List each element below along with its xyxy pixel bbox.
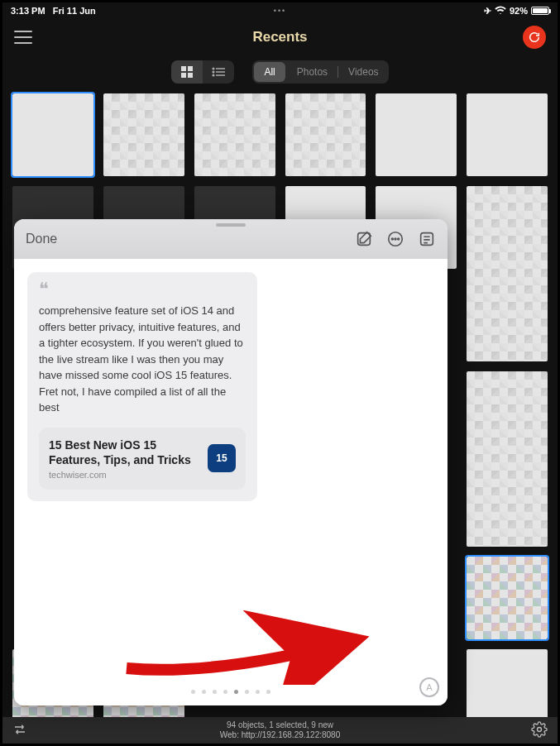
object-count: 94 objects, 1 selected, 9 new bbox=[220, 720, 341, 730]
list-view-button[interactable] bbox=[203, 60, 234, 84]
grid-view-button[interactable] bbox=[171, 60, 203, 84]
filter-photos[interactable]: Photos bbox=[287, 60, 337, 84]
svg-rect-2 bbox=[181, 73, 186, 78]
web-address: Web: http://192.168.29.122:8080 bbox=[220, 730, 341, 740]
sync-button[interactable] bbox=[523, 26, 546, 49]
menu-button[interactable] bbox=[14, 31, 32, 44]
filter-all[interactable]: All bbox=[254, 62, 285, 82]
svg-point-4 bbox=[213, 68, 215, 69]
transfer-button[interactable] bbox=[12, 722, 27, 739]
svg-rect-3 bbox=[188, 73, 193, 78]
note-text: comprehensive feature set of iOS 14 and … bbox=[39, 303, 246, 416]
note-content-card: ❝ comprehensive feature set of iOS 14 an… bbox=[27, 272, 257, 501]
compose-icon[interactable] bbox=[355, 230, 373, 248]
drag-handle[interactable] bbox=[216, 223, 246, 227]
battery-icon bbox=[531, 7, 549, 15]
thumbnail[interactable] bbox=[467, 93, 548, 176]
svg-point-10 bbox=[538, 728, 542, 732]
thumbnail[interactable] bbox=[467, 557, 548, 639]
svg-rect-1 bbox=[188, 66, 193, 71]
more-icon[interactable] bbox=[386, 230, 404, 248]
status-date: Fri 11 Jun bbox=[53, 6, 96, 16]
status-text: 94 objects, 1 selected, 9 new Web: http:… bbox=[220, 720, 341, 740]
thumbnail[interactable] bbox=[467, 186, 548, 361]
airplane-icon: ✈ bbox=[484, 6, 491, 17]
link-domain: techwiser.com bbox=[49, 470, 199, 480]
thumbnail[interactable] bbox=[12, 93, 93, 176]
svg-point-6 bbox=[213, 71, 215, 73]
view-controls: All Photos Videos bbox=[2, 55, 558, 88]
link-title: 15 Best New iOS 15 Features, Tips, and T… bbox=[49, 438, 199, 467]
quick-note-actions bbox=[355, 230, 436, 248]
thumbnail[interactable] bbox=[103, 93, 184, 176]
page-indicator[interactable] bbox=[191, 690, 270, 694]
multitask-dots[interactable]: ••• bbox=[274, 7, 286, 15]
filter-segment: All Photos Videos bbox=[252, 60, 388, 84]
link-preview[interactable]: 15 Best New iOS 15 Features, Tips, and T… bbox=[39, 428, 246, 490]
quick-note-header: Done bbox=[14, 219, 448, 259]
page-title: Recents bbox=[252, 29, 307, 45]
done-button[interactable]: Done bbox=[26, 232, 57, 246]
quote-icon: ❝ bbox=[39, 284, 246, 294]
status-time: 3:13 PM bbox=[11, 6, 45, 16]
notes-list-icon[interactable] bbox=[418, 230, 436, 248]
status-bar: 3:13 PM Fri 11 Jun ••• ✈ 92% bbox=[2, 2, 558, 19]
layout-segment bbox=[171, 60, 234, 84]
wifi-icon bbox=[495, 6, 506, 17]
nav-bar: Recents bbox=[2, 19, 558, 55]
svg-point-15 bbox=[398, 238, 400, 240]
thumbnail[interactable] bbox=[285, 93, 366, 176]
svg-point-14 bbox=[395, 238, 396, 240]
bottom-bar: 94 objects, 1 selected, 9 new Web: http:… bbox=[2, 717, 558, 744]
thumbnail[interactable] bbox=[376, 93, 457, 176]
battery-pct: 92% bbox=[510, 6, 528, 16]
settings-button[interactable] bbox=[531, 721, 548, 739]
link-thumbnail: 15 bbox=[208, 444, 236, 472]
status-left: 3:13 PM Fri 11 Jun bbox=[11, 6, 96, 16]
corner-action-icon[interactable]: A bbox=[419, 677, 439, 697]
annotation-arrow bbox=[118, 610, 391, 688]
thumbnail[interactable] bbox=[194, 93, 275, 176]
svg-point-13 bbox=[391, 238, 393, 240]
filter-videos[interactable]: Videos bbox=[338, 60, 388, 84]
svg-point-8 bbox=[213, 74, 215, 76]
svg-rect-0 bbox=[181, 66, 186, 71]
thumbnail[interactable] bbox=[467, 371, 548, 547]
status-right: ✈ 92% bbox=[484, 6, 549, 17]
